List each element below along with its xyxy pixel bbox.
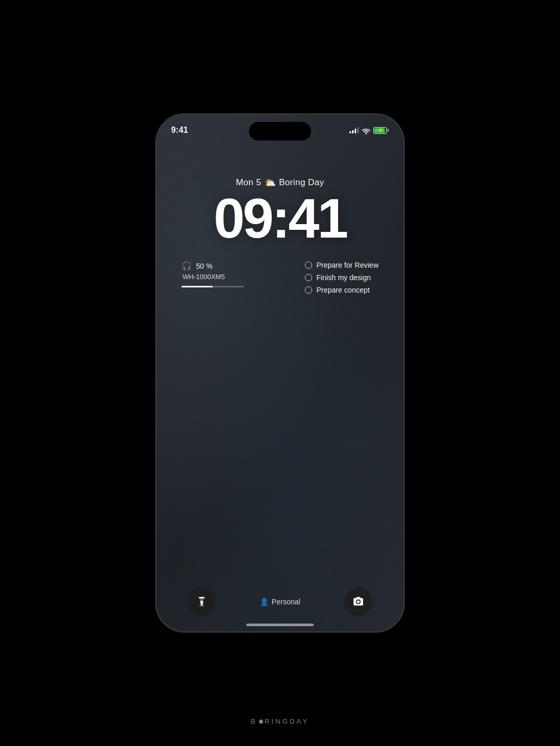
phone-frame: 9:41 ⚡ xyxy=(156,114,404,632)
home-indicator xyxy=(246,624,314,626)
headphone-name: WH-1000XM5 xyxy=(181,273,244,281)
date-text: Mon 5 xyxy=(236,177,261,188)
headphone-progress-fill xyxy=(181,286,213,287)
dynamic-island xyxy=(249,122,311,141)
power-button xyxy=(403,218,404,265)
lock-screen: 9:41 ⚡ xyxy=(157,115,403,631)
svg-rect-0 xyxy=(199,597,205,599)
personal-text: Personal xyxy=(272,598,300,606)
battery-icon: ⚡ xyxy=(373,127,389,134)
lock-content: Mon 5 ⛅ Boring Day 09:41 🎧 50 % WH-1000X… xyxy=(157,151,403,294)
branding: B RINGDAY xyxy=(251,717,310,725)
todo-item-3: Prepare concept xyxy=(305,286,379,294)
todo-circle-3 xyxy=(305,286,312,294)
headphone-progress-track xyxy=(181,286,244,287)
time-display: 09:41 xyxy=(214,190,346,246)
status-icons: ⚡ xyxy=(349,127,389,134)
todo-circle-2 xyxy=(305,274,312,281)
branding-text: RINGDAY xyxy=(264,717,309,725)
todo-item-2: Finish my design xyxy=(305,273,379,282)
camera-icon xyxy=(353,596,364,607)
signal-icon xyxy=(349,127,359,133)
widgets-row: 🎧 50 % WH-1000XM5 Prepare for Review xyxy=(181,261,379,294)
flashlight-button[interactable] xyxy=(188,588,216,616)
day-label: Boring Day xyxy=(279,177,324,188)
headphone-widget: 🎧 50 % WH-1000XM5 xyxy=(181,261,244,287)
battery-bolt-icon: ⚡ xyxy=(374,128,386,133)
headphone-info: 🎧 50 % xyxy=(181,261,244,271)
person-icon: 👤 xyxy=(260,598,269,606)
todo-circle-1 xyxy=(305,261,312,269)
status-time: 9:41 xyxy=(171,126,188,135)
todo-text-2: Finish my design xyxy=(316,273,371,282)
branding-dot xyxy=(259,720,263,724)
headphone-battery: 50 % xyxy=(196,262,213,270)
headphone-icon: 🎧 xyxy=(181,261,192,271)
todo-widget: Prepare for Review Finish my design Prep… xyxy=(305,261,379,294)
flashlight-icon xyxy=(196,596,207,607)
camera-button[interactable] xyxy=(344,588,372,616)
wifi-icon xyxy=(362,127,370,133)
todo-text-3: Prepare concept xyxy=(316,286,370,294)
todo-text-1: Prepare for Review xyxy=(316,261,379,269)
bottom-bar: 👤 Personal xyxy=(157,588,403,616)
branding-b: B xyxy=(251,717,258,725)
todo-item-1: Prepare for Review xyxy=(305,261,379,269)
personal-label: 👤 Personal xyxy=(260,598,300,606)
